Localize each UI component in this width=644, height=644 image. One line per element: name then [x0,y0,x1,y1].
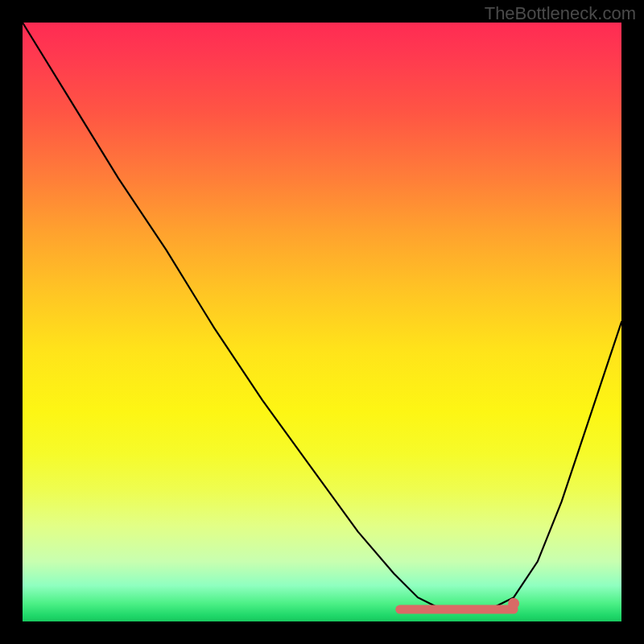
sweet-spot-marker [508,598,519,609]
bottleneck-curve [23,23,621,609]
watermark-text: TheBottleneck.com [485,3,636,24]
chart-svg [23,23,621,621]
